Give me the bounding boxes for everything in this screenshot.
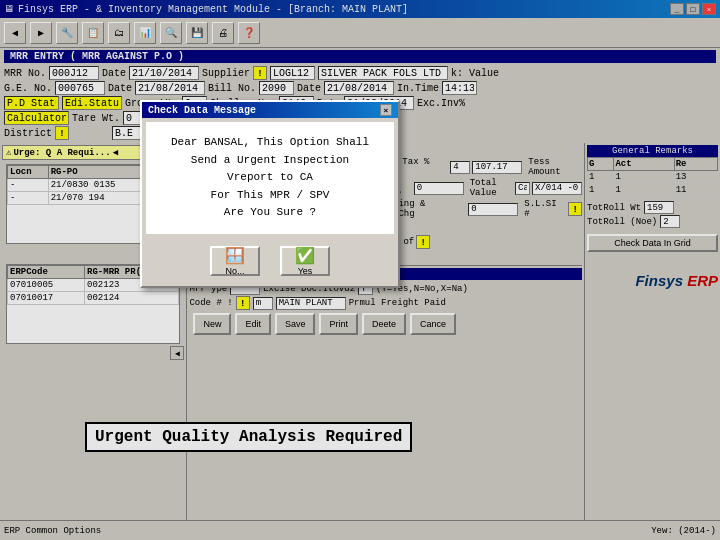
yes-btn-icon: ✅ [295,246,315,265]
dialog-no-button[interactable]: 🪟 No... [210,246,260,276]
dialog-title-text: Check Data Message [148,105,256,116]
dialog-close-button[interactable]: × [380,104,392,116]
dialog-yes-button[interactable]: ✅ Yes [280,246,330,276]
dialog-body: Dear BANSAL, This Option Shall Send a Ur… [146,122,394,234]
dialog-line2: Vreport to CA [156,169,384,187]
check-data-dialog: Check Data Message × Dear BANSAL, This O… [140,100,400,288]
no-btn-icon: 🪟 [225,246,245,265]
dialog-line3: For This MPR / SPV [156,187,384,205]
dialog-line4: Are You Sure ? [156,204,384,222]
yes-btn-label: Yes [298,266,313,276]
dialog-line1: Dear BANSAL, This Option Shall Send a Ur… [156,134,384,169]
dialog-title-bar: Check Data Message × [142,102,398,118]
no-btn-label: No... [225,266,244,276]
dialog-buttons: 🪟 No... ✅ Yes [142,238,398,286]
